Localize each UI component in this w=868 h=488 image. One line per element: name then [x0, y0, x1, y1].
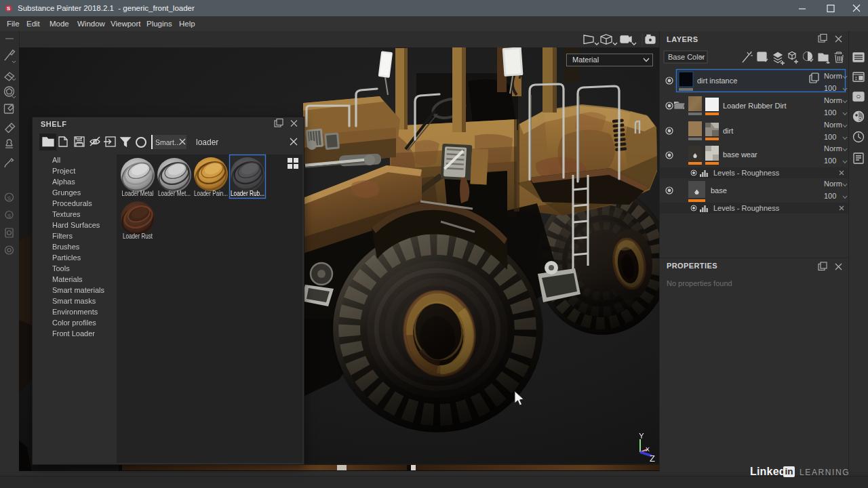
svg-text:Particles: Particles	[52, 253, 81, 262]
svg-text:Tools: Tools	[52, 264, 70, 272]
svg-text:100: 100	[824, 157, 836, 165]
svg-text:Color profiles: Color profiles	[52, 319, 96, 327]
svg-text:Z: Z	[650, 453, 655, 464]
svg-text:Base Color: Base Color	[668, 53, 705, 61]
svg-text:Front Loader: Front Loader	[52, 329, 95, 338]
svg-text:Norm: Norm	[824, 121, 842, 129]
svg-text:Loader Metal: Loader Metal	[122, 190, 154, 197]
svg-text:Loader Pain...: Loader Pain...	[194, 190, 228, 197]
svg-text:100: 100	[824, 84, 836, 92]
svg-text:Smart materials: Smart materials	[52, 286, 105, 294]
svg-text:Norm: Norm	[824, 72, 842, 80]
svg-text:LAYERS: LAYERS	[667, 35, 698, 43]
svg-text:loader: loader	[196, 138, 218, 147]
svg-text:Alphas: Alphas	[52, 178, 75, 186]
svg-text:X: X	[646, 446, 650, 453]
svg-text:100: 100	[824, 192, 836, 200]
svg-text:Brushes: Brushes	[52, 243, 80, 251]
svg-text:100: 100	[824, 133, 836, 141]
svg-text:Textures: Textures	[52, 210, 81, 218]
svg-text:Materials: Materials	[52, 275, 83, 283]
svg-text:Environments: Environments	[52, 308, 98, 316]
svg-text:Y: Y	[639, 432, 644, 440]
svg-text:Hard Surfaces: Hard Surfaces	[52, 221, 100, 229]
svg-text:base wear: base wear	[723, 150, 757, 159]
svg-text:All: All	[52, 156, 60, 164]
svg-text:Project: Project	[52, 167, 75, 175]
svg-text:Levels - Roughness: Levels - Roughness	[713, 204, 780, 212]
svg-text:Norm: Norm	[824, 144, 842, 152]
svg-text:SHELF: SHELF	[41, 120, 67, 128]
svg-text:Filters: Filters	[52, 232, 73, 240]
svg-text:dirt: dirt	[723, 127, 733, 135]
svg-text:Loader Rust: Loader Rust	[123, 232, 153, 240]
svg-text:Norm: Norm	[824, 96, 842, 104]
svg-text:Procedurals: Procedurals	[52, 199, 92, 207]
svg-text:Loader Rubber Dirt: Loader Rubber Dirt	[723, 102, 787, 110]
svg-text:100: 100	[824, 108, 836, 117]
svg-text:dirt instance: dirt instance	[697, 77, 737, 85]
svg-text:Smart masks: Smart masks	[52, 297, 96, 305]
svg-text:S: S	[7, 195, 11, 201]
svg-text:Grunges: Grunges	[52, 188, 81, 197]
svg-text:Norm: Norm	[824, 180, 842, 188]
svg-text:Loader Met...: Loader Met...	[158, 190, 191, 197]
svg-text:Smart...: Smart...	[155, 138, 180, 146]
svg-text:base: base	[711, 186, 727, 195]
svg-text:S: S	[7, 5, 10, 12]
svg-text:Loader Rub...: Loader Rub...	[231, 190, 264, 197]
svg-text:Levels - Roughness: Levels - Roughness	[713, 169, 780, 177]
svg-text:S: S	[7, 213, 11, 219]
